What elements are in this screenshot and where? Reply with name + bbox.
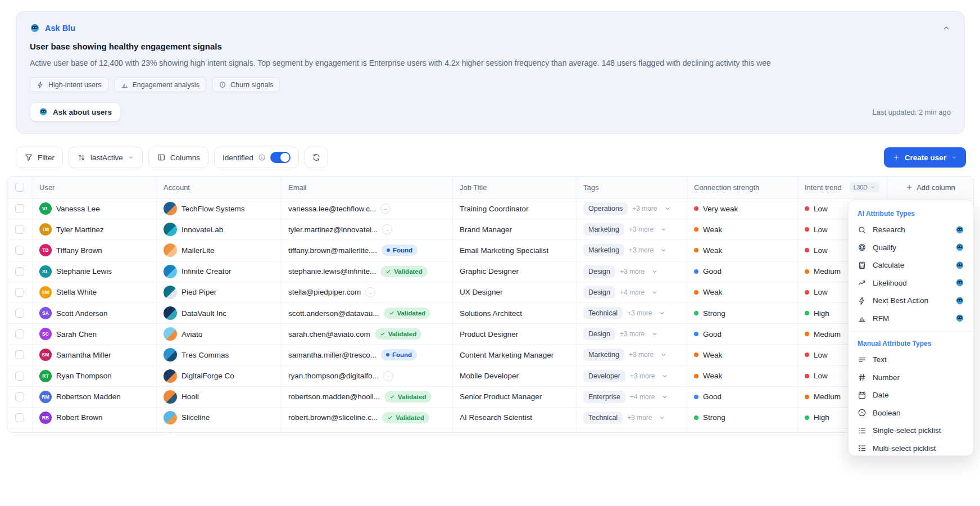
plus-icon <box>905 183 913 191</box>
chevron-down-icon[interactable] <box>651 268 658 275</box>
table-row[interactable]: SWStella WhitePied Piperstella@piedpiper… <box>7 282 973 303</box>
tag-pill: Developer <box>583 370 625 382</box>
tag-pill: Operations <box>583 202 628 215</box>
chevron-down-icon[interactable] <box>660 226 667 233</box>
calculator-icon <box>858 261 866 270</box>
menu-item-number[interactable]: Number <box>849 369 973 387</box>
chevron-down-icon[interactable] <box>660 351 667 358</box>
users-table: User Account Email Job Title Tags Connec… <box>7 176 974 433</box>
menu-item-text[interactable]: Text <box>849 351 973 369</box>
menu-item-next-best-action[interactable]: Next Best Action <box>849 292 973 310</box>
avatar-initials: RM <box>42 394 49 400</box>
col-header-tags: Tags <box>583 183 598 192</box>
table-row[interactable]: RTRyan ThompsonDigitalForge Coryan.thomp… <box>7 366 973 387</box>
row-checkbox[interactable] <box>15 372 24 381</box>
menu-item-date[interactable]: Date <box>849 386 973 404</box>
email-text: tyler.martinez@innovatel... <box>288 225 378 234</box>
status-dot-icon <box>694 269 698 274</box>
status-dot-icon <box>805 290 809 295</box>
ask-about-users-button[interactable]: Ask about users <box>30 102 121 121</box>
chevron-down-icon <box>870 184 875 190</box>
row-checkbox[interactable] <box>15 350 24 359</box>
info-icon[interactable] <box>258 153 266 161</box>
insight-chip-churn-signals[interactable]: Churn signals <box>212 77 280 92</box>
table-row[interactable]: SMSamantha MillerTres Commassamantha.mil… <box>7 345 973 365</box>
sort-button[interactable]: lastActive <box>69 147 143 168</box>
collapse-panel-button chevron-up-icon[interactable] <box>942 24 951 33</box>
job-title: Training Coordinator <box>460 205 529 213</box>
create-user-button[interactable]: Create user <box>884 147 966 168</box>
table-row[interactable]: Validated <box>7 428 973 433</box>
menu-item-calculate[interactable]: Calculate <box>849 256 973 274</box>
tag-pill: Technical <box>583 412 623 424</box>
identified-toggle[interactable] <box>270 152 291 163</box>
user-name: Stella White <box>56 288 97 296</box>
columns-button[interactable]: Columns <box>148 147 208 168</box>
check-icon <box>385 269 391 274</box>
boolean-icon <box>858 408 866 417</box>
badge-label: Validated <box>397 310 426 317</box>
menu-item-likelihood[interactable]: Likelihood <box>849 274 973 292</box>
avatar-initials: RT <box>42 373 49 379</box>
table-row[interactable]: TMTyler MartinezInnovateLabtyler.martine… <box>7 219 973 240</box>
select-all-checkbox[interactable] <box>15 183 24 192</box>
intent-period-selector[interactable]: L30D <box>850 182 879 192</box>
user-avatar: RT <box>39 370 52 382</box>
insight-chip-high-intent-users[interactable]: High-intent users <box>30 77 108 92</box>
attribute-type-menu: AI Attribute TypesResearchQualifyCalcula… <box>848 200 974 456</box>
col-header-user: User <box>39 183 55 192</box>
menu-item-research[interactable]: Research <box>849 221 973 239</box>
plus-icon <box>892 153 900 161</box>
chevron-down-icon[interactable] <box>651 331 658 337</box>
account-logo <box>164 432 177 433</box>
email-text: vanessa.lee@techflow.c... <box>288 205 376 213</box>
table-row[interactable]: RBRobert BrownSlicelinerobert.brown@slic… <box>7 408 973 428</box>
add-column-button[interactable]: Add column <box>887 177 973 198</box>
row-checkbox[interactable] <box>15 413 24 422</box>
row-checkbox[interactable] <box>15 309 24 318</box>
filter-button[interactable]: Filter <box>16 147 63 168</box>
chevron-down-icon[interactable] <box>651 289 658 296</box>
refresh-button[interactable] <box>305 147 328 168</box>
status-dot-icon <box>805 206 809 211</box>
chevron-down-icon[interactable] <box>659 414 665 421</box>
intent-trend-value: Low <box>814 205 828 213</box>
connection-strength-value: Weak <box>703 351 722 359</box>
intent-trend-value: Medium <box>814 330 841 338</box>
row-checkbox[interactable] <box>15 288 24 297</box>
row-checkbox[interactable] <box>15 246 24 255</box>
row-checkbox[interactable] <box>15 392 24 401</box>
row-checkbox[interactable] <box>15 329 24 338</box>
check-icon <box>380 331 385 337</box>
status-dot-icon <box>805 311 809 315</box>
chevron-down-icon[interactable] <box>660 247 667 254</box>
table-row[interactable]: SAScott AndersonDataVault Incscott.ander… <box>7 303 973 324</box>
chevron-down-icon[interactable] <box>664 205 671 212</box>
row-checkbox[interactable] <box>15 225 24 234</box>
chevron-down-icon[interactable] <box>661 394 668 400</box>
menu-item-rfm[interactable]: RFM <box>849 310 973 328</box>
chip-label: Engagement analysis <box>133 81 200 89</box>
account-name: Infinite Creator <box>182 267 232 275</box>
ask-blu-title: Ask Blu <box>45 24 75 33</box>
table-row[interactable]: TBTiffany BrownMailerLitetiffany.brown@m… <box>7 240 973 261</box>
blu-robot-icon <box>955 261 964 270</box>
table-row[interactable]: SCSarah ChenAviatosarah.chen@aviato.comV… <box>7 324 973 345</box>
menu-item-label: Single-select picklist <box>873 426 941 435</box>
menu-item-boolean[interactable]: Boolean <box>849 404 973 422</box>
table-row[interactable]: SLStephanie LewisInfinite Creatorstephan… <box>7 261 973 282</box>
menu-item-single-select-picklist[interactable]: Single-select picklist <box>849 422 973 440</box>
row-checkbox[interactable] <box>15 267 24 276</box>
table-row[interactable]: RMRobertson MaddenHoolirobertson.madden@… <box>7 387 973 408</box>
chevron-down-icon[interactable] <box>661 373 668 379</box>
account-name: TechFlow Systems <box>182 205 245 213</box>
insight-chip-engagement-analysis[interactable]: Engagement analysis <box>114 77 207 92</box>
filter-label: Filter <box>38 153 55 162</box>
table-row[interactable]: VLVanessa LeeTechFlow Systemsvanessa.lee… <box>7 198 973 219</box>
row-checkbox[interactable] <box>15 204 24 213</box>
blu-robot-icon <box>955 225 964 234</box>
menu-item-qualify[interactable]: Qualify <box>849 239 973 257</box>
chevron-down-icon[interactable] <box>659 310 665 317</box>
menu-item-multi-select-picklist[interactable]: Multi-select picklist <box>849 440 973 458</box>
tag-pill: Technical <box>583 307 623 319</box>
